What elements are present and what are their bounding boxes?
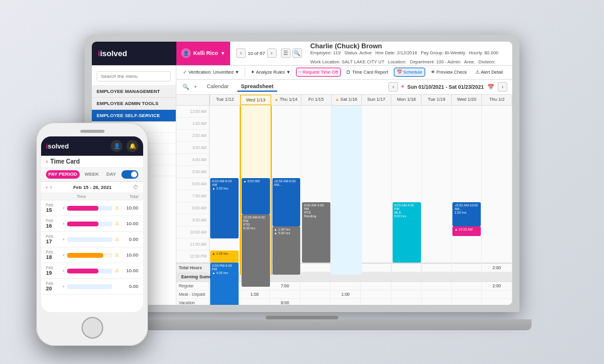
- phone-row-feb17[interactable]: Feb 17 › ⚠ 0.00: [41, 232, 143, 247]
- schedule-btn[interactable]: 📅 Schedule: [394, 68, 425, 77]
- col-thu114[interactable]: +6:00 AM-8:00 AM... ▲ 1.00 hrs ▲ 5.00 hr…: [272, 106, 302, 275]
- phone-tab-payperiod[interactable]: PAY PERIOD: [46, 170, 80, 179]
- phone-avatar[interactable]: 👤: [111, 140, 123, 152]
- phone-body: isolved 👤 🔔 ‹ Time Card PAY PERIOD WEEK …: [36, 123, 148, 346]
- col-tue112[interactable]: 6:00 AM-6:00 AM ▲ 2.00 hrs ▲ 1.00 hrs 2:…: [210, 106, 240, 275]
- day-header-sun117: Sun 1/17: [362, 95, 392, 105]
- event-mon118-1[interactable]: 8:00 AM-4:00 PM MLK 8.00 hrs: [393, 202, 421, 263]
- phone-hours-5: 10.00: [121, 268, 138, 273]
- event-wed113-1[interactable]: ▲ 6:00 AM: [242, 178, 270, 214]
- pay-group: Pay Group: Bi-Weekly: [421, 50, 466, 56]
- next-employee-btn[interactable]: ›: [267, 48, 277, 58]
- cal-search-icon[interactable]: 🔍: [181, 83, 190, 91]
- phone-speaker: [80, 130, 104, 133]
- sidebar-employee-self-service[interactable]: EMPLOYEE SELF-SERVICE: [92, 110, 176, 122]
- phone-bar-4: [67, 253, 112, 258]
- phone-row-feb20[interactable]: Feb 20 › ⚠ 0.00: [41, 279, 143, 295]
- day-header-wed120: Wed 1/20: [452, 95, 482, 105]
- tab-spreadsheet[interactable]: Spreadsheet: [237, 82, 277, 92]
- col-thu12[interactable]: [482, 106, 512, 275]
- phone-app-header: isolved 👤 🔔: [41, 136, 143, 156]
- sidebar-search-input[interactable]: [97, 71, 171, 81]
- event-tue112-1[interactable]: 6:00 AM-6:00 AM ▲ 2.00 hrs: [210, 178, 239, 238]
- phone-row-arrow-6[interactable]: ›: [63, 284, 65, 289]
- toolbar: ✓ Verification: Unverified ▼ ✦ Analyze R…: [176, 66, 512, 80]
- phone-row-feb19[interactable]: Feb 19 › ⚠ 10.00: [41, 263, 143, 279]
- phone-date-row: ‹ › Feb 15 - 28, 2021 ⏱: [41, 182, 143, 193]
- search-btn[interactable]: 🔍: [292, 48, 302, 58]
- event-tue112-2[interactable]: ▲ 1.00 hrs: [210, 251, 239, 263]
- day-header-thu12: Thu 1/2: [482, 95, 512, 105]
- sidebar-search-container: [92, 66, 176, 86]
- phone-row-arrow-4[interactable]: ›: [63, 252, 65, 258]
- phone-tab-bar: PAY PERIOD WEEK DAY: [41, 168, 143, 182]
- logo-text: iisolved: [98, 49, 127, 58]
- col-wed120[interactable]: +8:00 AM-10:00 AM... 2.00 hrs ▲ 10:15 AM: [452, 106, 482, 275]
- col-mon118[interactable]: 8:00 AM-4:00 PM MLK 8.00 hrs: [392, 106, 422, 275]
- col-sun117[interactable]: [362, 106, 392, 275]
- tab-calendar[interactable]: Calendar: [203, 82, 233, 92]
- verification-btn[interactable]: ✓ Verification: Unverified ▼: [180, 68, 242, 77]
- phone-tab-day[interactable]: DAY: [104, 170, 118, 179]
- phone-row-arrow-3[interactable]: ›: [63, 237, 65, 242]
- ts-800am: 8:00 AM: [176, 202, 209, 214]
- event-fri115-1[interactable]: 8:00 AM-4:00 PM PTD Pending: [302, 202, 330, 263]
- phone-bell-icon[interactable]: 🔔: [126, 140, 138, 152]
- time-card-report-btn[interactable]: 🗒 Time Card Report: [343, 68, 391, 77]
- phone-row-feb16[interactable]: Feb 16 › ⚠ 10.00: [41, 216, 143, 232]
- event-thu114-2[interactable]: ▲ 1.00 hrs ▲ 5.00 hrs: [272, 226, 301, 275]
- report-icon: 🗒: [346, 69, 351, 75]
- cal-calendar-icon[interactable]: 📅: [486, 83, 495, 91]
- phone-row-arrow-1[interactable]: ›: [63, 205, 65, 211]
- sidebar-employee-admin-tools[interactable]: EMPLOYEE ADMIN TOOLS: [92, 98, 176, 110]
- phone-home-btn[interactable]: [82, 317, 103, 339]
- event-tue112-3[interactable]: 2:00 PM-6:00 PM ▲ 4.00 hrs: [210, 263, 239, 305]
- col-sat116[interactable]: [332, 106, 362, 275]
- phone-toggle[interactable]: [121, 170, 138, 179]
- laptop-notch: [266, 316, 338, 319]
- phone-rows: Feb 15 › ⚠ 10.00 Feb 16 › ⚠ 10.: [41, 200, 143, 312]
- phone-row-feb18[interactable]: Feb 18 › ⚠ 10.00: [41, 247, 143, 263]
- event-thu114-1[interactable]: +6:00 AM-8:00 AM...: [272, 178, 301, 226]
- event-wed113-2[interactable]: 10:00 AM-6:00 PM PTD 8.00 hrs: [242, 214, 270, 287]
- phone-th-date: [46, 194, 77, 199]
- phone-row-arrow-5[interactable]: ›: [63, 268, 65, 273]
- event-wed120-1[interactable]: +8:00 AM-10:00 AM... 2.00 hrs: [452, 202, 481, 226]
- preview-check-btn[interactable]: 👁 Preview Check: [428, 68, 470, 77]
- ts-600am: 6:00 AM: [176, 178, 209, 190]
- cal-prev-btn[interactable]: ‹: [388, 82, 398, 92]
- phone-next-btn[interactable]: ›: [50, 184, 52, 190]
- app-layout: iisolved 👤 Kelli Rico ▼ ‹ 10 of 67 ›: [92, 42, 512, 305]
- phone-row-feb15[interactable]: Feb 15 › ⚠ 10.00: [41, 200, 143, 216]
- alert-icon: ⚠: [475, 69, 480, 75]
- prev-employee-btn[interactable]: ‹: [236, 48, 246, 58]
- list-view-btn[interactable]: ☰: [281, 48, 291, 58]
- phone-bar-1: [67, 206, 112, 211]
- calendar-body[interactable]: 12:00 AM 1:00 AM 2:00 AM 3:00 AM 4:00 AM…: [176, 106, 512, 305]
- request-time-off-btn[interactable]: ↑ Request Time Off: [296, 68, 341, 77]
- phone-tab-week[interactable]: WEEK: [82, 170, 101, 179]
- phone-row-arrow-2[interactable]: ›: [63, 221, 65, 226]
- col-fri115[interactable]: 8:00 AM-4:00 PM PTD Pending: [301, 106, 332, 275]
- logo-area: iisolved: [92, 42, 176, 65]
- phone-date-feb16: Feb 16: [46, 219, 60, 229]
- employee-status: Status: Active: [344, 50, 371, 56]
- cal-add-icon[interactable]: +: [193, 83, 198, 91]
- phone-clock-icon[interactable]: ⏱: [133, 184, 138, 190]
- day-header-mon118: Mon 1/18: [391, 95, 422, 105]
- area: Area:: [464, 59, 475, 65]
- user-dropdown-icon[interactable]: ▼: [220, 51, 225, 56]
- phone-bar-2: [67, 222, 112, 226]
- ts-100am: 1:00 AM: [176, 118, 209, 130]
- alert-detail-btn[interactable]: ⚠ Alert Detail: [472, 68, 506, 77]
- col-wed113[interactable]: ▲ 6:00 AM 10:00 AM-6:00 PM PTD 8.00 hrs: [240, 106, 272, 275]
- analyze-rules-btn[interactable]: ✦ Analyze Rules ▼: [248, 68, 294, 77]
- sidebar-employee-management[interactable]: EMPLOYEE MANAGEMENT: [92, 86, 176, 98]
- cal-next-btn[interactable]: ›: [498, 82, 507, 92]
- phone-prev-btn[interactable]: ‹: [46, 184, 48, 190]
- col-tue119[interactable]: [422, 106, 452, 275]
- event-wed120-2[interactable]: ▲ 10:15 AM: [452, 226, 481, 236]
- phone-date-feb15: Feb 15: [46, 203, 60, 213]
- user-area[interactable]: 👤 Kelli Rico ▼: [176, 42, 230, 65]
- phone-back-btn[interactable]: ‹: [46, 158, 48, 165]
